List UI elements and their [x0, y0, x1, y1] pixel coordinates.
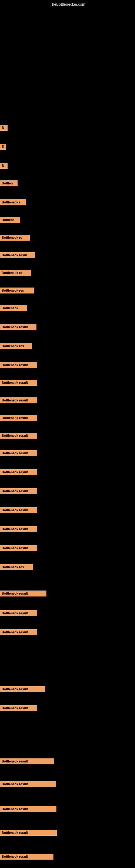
bottleneck-bar: Bottleneck result	[0, 324, 37, 330]
bottleneck-bar: Bottleneck res	[0, 343, 32, 349]
bottleneck-bar: Bottleneck result	[0, 545, 37, 551]
bottleneck-bar: B	[0, 125, 8, 131]
site-title: TheBottlenecker.com	[0, 0, 135, 8]
bottleneck-bar: Bottleneck result	[0, 758, 54, 764]
bottleneck-bar: Bottleneck re	[0, 270, 31, 276]
bottleneck-bar: Bottleneck re	[0, 235, 30, 241]
bottleneck-bar: Bottleneck res	[0, 564, 33, 570]
bottleneck-bar: Bottleneck result	[0, 705, 37, 711]
bottleneck-bar: Bottleneck result	[0, 362, 37, 368]
bottleneck-bar: Bottleneck result	[0, 629, 37, 635]
bottleneck-bar: B	[0, 163, 8, 169]
bottleneck-bar: Bottleneck	[0, 305, 27, 311]
bottleneck-bar: Bottleneck result	[0, 415, 37, 421]
bottleneck-bar: E	[0, 144, 6, 150]
bottleneck-bar: Bottleneck result	[0, 380, 37, 386]
bottleneck-bar: Bottleneck result	[0, 507, 37, 513]
bottleneck-bar: Bottleneck result	[0, 830, 57, 836]
bottleneck-bar: Bottleneck result	[0, 806, 56, 812]
bottleneck-bar: Bottleneck result	[0, 433, 37, 439]
bottleneck-bar: Bottleneck res	[0, 287, 34, 293]
bottleneck-bar: Bottleneck r	[0, 199, 26, 205]
bottleneck-bar: Bottlene	[0, 217, 20, 223]
bottleneck-bar: Bottleneck resul	[0, 252, 35, 258]
bottleneck-bar: Bottleneck result	[0, 610, 37, 616]
bottleneck-bar: Bottleneck result	[0, 781, 56, 787]
bottleneck-bar: Bottleneck result	[0, 450, 37, 456]
bottleneck-bar: Bottlen	[0, 180, 17, 186]
bottleneck-bar: Bottleneck result	[0, 488, 37, 494]
bottleneck-bar: Bottleneck result	[0, 686, 45, 692]
bottleneck-bar: Bottleneck result	[0, 526, 37, 532]
bottleneck-bar: Bottleneck result	[0, 397, 37, 403]
bottleneck-bar: Bottleneck result	[0, 854, 53, 860]
bottleneck-bar: Bottleneck result	[0, 590, 46, 596]
bottleneck-bar: Bottleneck result	[0, 469, 37, 475]
